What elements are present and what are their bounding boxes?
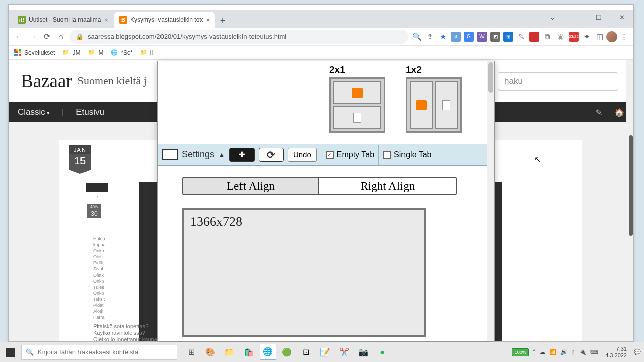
notes-icon[interactable]: 📝 <box>317 344 333 360</box>
favicon-blogger: B <box>119 16 127 24</box>
home-button[interactable]: ⌂ <box>54 30 68 44</box>
refresh-button[interactable]: ⟳ <box>259 148 284 162</box>
titlebar <box>9 5 633 11</box>
bm-sc[interactable]: 🌐*Sc* <box>110 49 132 57</box>
system-tray: 100% ˄ ☁ 📶 🔊 ᛒ 🔌 ⌨ 7.314.3.2022 💬 <box>509 346 644 359</box>
wifi-icon[interactable]: 📶 <box>549 349 556 355</box>
ext-icon-1[interactable]: ↯ <box>451 32 461 42</box>
tile-tabs-panel: 2x1 1x2 Settings ▲ + ⟳ Undo <box>157 61 495 341</box>
taskbar-search[interactable]: 🔍 Kirjoita tähän hakeaksesi kohteista <box>21 345 177 360</box>
resolution-box[interactable]: 1366x728 <box>182 208 426 337</box>
checkbox-checked-icon: ✓ <box>326 151 334 159</box>
left-align-button[interactable]: Left Align <box>182 177 319 195</box>
layout-1x2[interactable]: 1x2 <box>406 64 462 133</box>
pencil-icon[interactable]: ✎ <box>515 30 528 43</box>
add-layout-button[interactable]: + <box>229 148 255 162</box>
camera-icon[interactable]: 📷 <box>355 344 371 360</box>
bluetooth-icon[interactable]: ᛒ <box>572 349 575 355</box>
profile-avatar[interactable] <box>606 31 617 42</box>
paint-icon[interactable]: 🎨 <box>202 344 218 360</box>
undo-button[interactable]: Undo <box>288 148 317 162</box>
zoom-icon[interactable]: 🔍 <box>410 30 423 43</box>
tab-title: Uutiset - Suomi ja maailma - Su <box>29 16 101 23</box>
mini-text-lines: HaluakappaOnkoOletkPidätSivotOletkOnkoTu… <box>93 236 106 320</box>
tab-close-icon[interactable]: × <box>206 16 210 24</box>
monitor-icon[interactable] <box>162 149 178 160</box>
bm-jm[interactable]: 📁JM <box>62 49 80 57</box>
bm-m[interactable]: 📁M <box>88 49 103 57</box>
empty-tab-checkbox[interactable]: ✓ Empty Tab <box>326 150 374 159</box>
screenshot-icon[interactable]: ⊡ <box>298 344 314 360</box>
blogger-icon <box>416 100 427 110</box>
bm-apps[interactable]: Sovellukset <box>14 49 55 57</box>
ext-date-icon[interactable]: 03/22 <box>569 32 579 42</box>
battery-indicator[interactable]: 100% <box>512 348 529 356</box>
single-tab-checkbox[interactable]: Single Tab <box>383 150 431 159</box>
menu-icon[interactable]: ⋮ <box>617 30 630 43</box>
star-icon[interactable]: ★ <box>436 30 449 43</box>
volume-icon[interactable]: 🔊 <box>560 349 568 355</box>
edge-icon[interactable]: 🟢 <box>279 344 295 360</box>
site-brand[interactable]: Bazaar <box>21 70 72 92</box>
tray-chevron-icon[interactable]: ˄ <box>533 349 536 355</box>
extensions-icon[interactable]: ✦ <box>580 30 593 43</box>
ext-translate-icon[interactable]: G <box>464 32 474 42</box>
start-button[interactable] <box>0 342 21 363</box>
blogger-icon <box>352 88 363 98</box>
reload-button[interactable]: ⟳ <box>40 30 54 44</box>
maximize-button[interactable]: ☐ <box>587 10 610 25</box>
site-tagline: Suomen kieltä j <box>77 74 147 87</box>
store-icon[interactable]: 🛍️ <box>240 344 257 360</box>
ext-icon-3[interactable]: W <box>477 32 487 42</box>
snip-icon[interactable]: ✂️ <box>336 344 352 360</box>
close-button[interactable]: ✕ <box>610 10 633 25</box>
ext-open-icon[interactable]: ⧉ <box>541 30 554 43</box>
doc-icon <box>353 113 361 123</box>
clock[interactable]: 7.314.3.2022 <box>605 346 627 359</box>
date-badge: JAN 15 <box>69 145 91 170</box>
minimize-button[interactable]: — <box>564 10 587 25</box>
apps-grid-icon <box>14 49 22 57</box>
menu-classic[interactable]: Classic <box>18 107 50 117</box>
page-scrollbar[interactable] <box>626 60 633 341</box>
home-icon[interactable]: 🏠 <box>614 108 624 117</box>
taskbar: 🔍 Kirjoita tähän hakeaksesi kohteista ⊞ … <box>0 342 644 362</box>
ext-tile-tabs-icon[interactable]: ⊞ <box>503 32 513 42</box>
folder-icon: 📁 <box>140 49 148 57</box>
new-tab-button[interactable]: + <box>216 14 230 28</box>
cloud-icon[interactable]: ☁ <box>540 349 545 355</box>
site-search-input[interactable]: haku <box>498 72 618 90</box>
spotify-icon[interactable]: ● <box>374 344 390 360</box>
taskbar-apps: ⊞ 🎨 📁 🛍️ 🌐 🟢 ⊡ 📝 ✂️ 📷 ● <box>183 344 390 360</box>
explorer-icon[interactable]: 📁 <box>221 344 237 360</box>
chrome-icon[interactable]: 🌐 <box>260 344 276 360</box>
ext-icon-red[interactable] <box>529 32 539 42</box>
bm-li[interactable]: 📁li <box>140 49 153 57</box>
folder-icon: 📁 <box>88 49 96 57</box>
search-icon: 🔍 <box>26 348 34 356</box>
ext-icon-4[interactable]: ◩ <box>490 32 500 42</box>
tab-kysymys[interactable]: B Kysymys- vastausleikin toteutus × <box>114 12 215 28</box>
edit-icon[interactable]: ✎ <box>596 108 602 117</box>
tab-uutiset[interactable]: it! Uutiset - Suomi ja maailma - Su × <box>13 12 113 28</box>
url-input[interactable]: 🔒 saaressa.blogspot.com/2020/01/kysymys-… <box>70 30 408 44</box>
back-button[interactable]: ← <box>12 30 26 44</box>
address-bar: ← → ⟳ ⌂ 🔒 saaressa.blogspot.com/2020/01/… <box>9 28 633 46</box>
collapse-icon[interactable]: ▲ <box>218 151 225 159</box>
settings-button[interactable]: Settings <box>182 149 214 160</box>
forward-button[interactable]: → <box>26 30 40 44</box>
window-dropdown-icon[interactable]: ⌄ <box>541 10 564 25</box>
layout-2x1[interactable]: 2x1 <box>329 64 385 133</box>
menu-home[interactable]: Etusivu <box>76 107 104 117</box>
taskview-icon[interactable]: ⊞ <box>183 344 199 360</box>
ext-location-icon[interactable]: ◉ <box>554 30 567 43</box>
share-icon[interactable]: ⇪ <box>423 30 436 43</box>
right-align-button[interactable]: Right Align <box>319 177 457 195</box>
url-text: saaressa.blogspot.com/2020/01/kysymys-va… <box>88 33 286 40</box>
notification-icon[interactable]: 💬 <box>634 349 641 355</box>
tab-close-icon[interactable]: × <box>104 16 108 24</box>
power-icon[interactable]: 🔌 <box>579 349 586 355</box>
sidepanel-icon[interactable]: ◫ <box>593 30 606 43</box>
panel-scrollbar[interactable] <box>487 61 494 341</box>
keyboard-icon[interactable]: ⌨ <box>590 349 598 355</box>
